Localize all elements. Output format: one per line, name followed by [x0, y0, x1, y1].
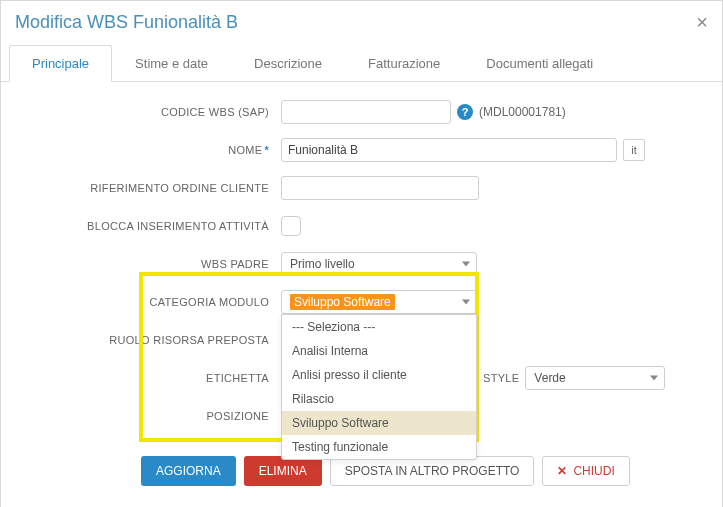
categoria-value: Sviluppo Software — [290, 294, 395, 310]
chevron-down-icon — [462, 262, 470, 267]
chiudi-button[interactable]: ✕ CHIUDI — [542, 456, 629, 486]
padre-value: Primo livello — [290, 257, 355, 271]
aggiorna-button[interactable]: AGGIORNA — [141, 456, 236, 486]
label-ruolo: RUOLO RISORSA PREPOSTA — [21, 334, 281, 346]
tab-2[interactable]: Descrizione — [231, 45, 345, 82]
categoria-option[interactable]: Rilascio — [282, 387, 476, 411]
categoria-option[interactable]: Analisi Interna — [282, 339, 476, 363]
label-etichetta: ETICHETTA — [21, 372, 281, 384]
categoria-select[interactable]: Sviluppo Software — [281, 290, 477, 314]
label-padre: WBS PADRE — [21, 258, 281, 270]
style-select[interactable]: Verde — [525, 366, 665, 390]
tab-0[interactable]: Principale — [9, 45, 112, 82]
categoria-dropdown: --- Seleziona ---Analisi InternaAnlisi p… — [281, 314, 477, 460]
chevron-down-icon — [650, 376, 658, 381]
label-codice: CODICE WBS (SAP) — [21, 106, 281, 118]
label-style: STYLE — [483, 372, 519, 384]
codice-ext: (MDL00001781) — [479, 105, 566, 119]
style-value: Verde — [534, 371, 565, 385]
elimina-button[interactable]: ELIMINA — [244, 456, 322, 486]
label-riferimento: RIFERIMENTO ORDINE CLIENTE — [21, 182, 281, 194]
label-blocca: BLOCCA INSERIMENTO ATTIVITÀ — [21, 220, 281, 232]
blocca-checkbox[interactable] — [281, 216, 301, 236]
codice-input[interactable] — [281, 100, 451, 124]
categoria-option[interactable]: Sviluppo Software — [282, 411, 476, 435]
chevron-down-icon — [462, 300, 470, 305]
close-icon[interactable]: × — [696, 11, 708, 34]
form: CODICE WBS (SAP) ? (MDL00001781) NOME* i… — [1, 82, 722, 452]
nome-input[interactable] — [281, 138, 617, 162]
dialog: Modifica WBS Funionalità B × PrincipaleS… — [0, 0, 723, 507]
sposta-button[interactable]: SPOSTA IN ALTRO PROGETTO — [330, 456, 535, 486]
label-categoria: CATEGORIA MODULO — [21, 296, 281, 308]
categoria-option[interactable]: Anlisi presso il cliente — [282, 363, 476, 387]
padre-select[interactable]: Primo livello — [281, 252, 477, 276]
tab-4[interactable]: Documenti allegati — [463, 45, 616, 82]
tab-1[interactable]: Stime e date — [112, 45, 231, 82]
titlebar: Modifica WBS Funionalità B × — [1, 1, 722, 44]
dialog-title: Modifica WBS Funionalità B — [15, 12, 238, 33]
label-nome: NOME* — [21, 144, 281, 156]
tabs: PrincipaleStime e dateDescrizioneFattura… — [1, 44, 722, 82]
categoria-option[interactable]: Testing funzionale — [282, 435, 476, 459]
footer: TeraNet Creato da Walter Moro in data 05… — [1, 500, 722, 507]
tab-3[interactable]: Fatturazione — [345, 45, 463, 82]
label-posizione: POSIZIONE — [21, 410, 281, 422]
help-icon[interactable]: ? — [457, 104, 473, 120]
riferimento-input[interactable] — [281, 176, 479, 200]
close-icon: ✕ — [557, 464, 567, 478]
categoria-option[interactable]: --- Seleziona --- — [282, 315, 476, 339]
lang-tag[interactable]: it — [623, 139, 645, 161]
